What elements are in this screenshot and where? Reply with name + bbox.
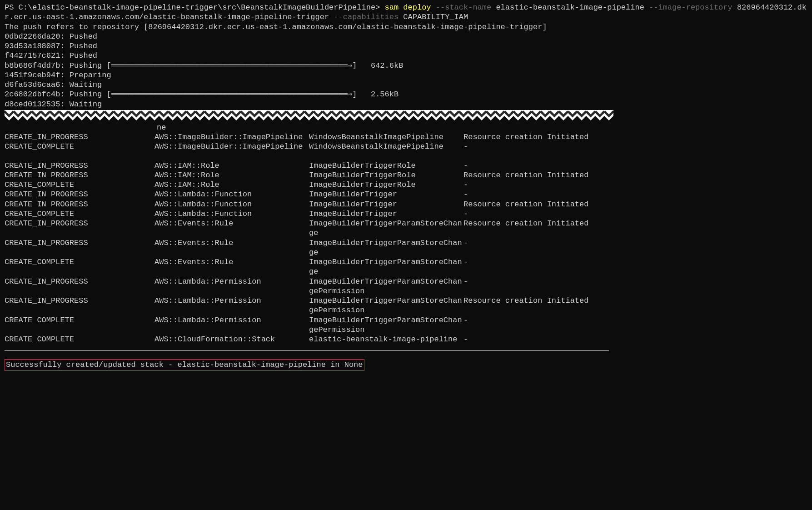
success-text: Successfully created/updated stack - ela… [6, 360, 363, 369]
event-status-reason: - [463, 142, 604, 160]
layer-line: d8ced0132535: Waiting [5, 100, 807, 109]
table-row: CREATE_IN_PROGRESSAWS::Lambda::Permissio… [5, 296, 604, 315]
layer-line: 93d53a188087: Pushed [5, 41, 807, 51]
event-status: CREATE_IN_PROGRESS [5, 161, 154, 170]
event-logical-id: ImageBuilderTriggerParamStoreChange [309, 238, 463, 258]
event-status: CREATE_COMPLETE [5, 142, 154, 160]
layer-line: d6fa53d6caa6: Waiting [5, 80, 807, 90]
event-status-reason: Resource creation Initiated [463, 219, 604, 238]
event-status: CREATE_COMPLETE [5, 180, 154, 190]
event-logical-id: ImageBuilderTriggerParamStoreChangePermi… [309, 277, 463, 296]
event-resource-type: AWS::Events::Rule [154, 238, 309, 258]
event-resource-type: AWS::ImageBuilder::ImagePipeline [154, 142, 309, 160]
event-status: CREATE_COMPLETE [5, 315, 154, 335]
table-row: CREATE_COMPLETEAWS::ImageBuilder::ImageP… [5, 142, 604, 160]
table-row: CREATE_COMPLETEAWS::Events::RuleImageBui… [5, 257, 604, 277]
docker-layers-output: 0dbd2266da20: Pushed 93d53a188087: Pushe… [5, 32, 807, 109]
event-logical-id: elastic-beanstalk-image-pipeline [309, 335, 463, 344]
event-resource-type: AWS::Lambda::Function [154, 200, 309, 209]
event-resource-type: AWS::Lambda::Function [154, 209, 309, 219]
event-status-reason: Resource creation Initiated [463, 296, 604, 315]
sam-command: sam deploy [385, 3, 431, 12]
event-logical-id: ImageBuilderTriggerParamStoreChange [309, 257, 463, 277]
layer-line: 1451f9ceb94f: Preparing [5, 70, 807, 80]
event-status: CREATE_IN_PROGRESS [5, 170, 154, 180]
event-status-reason: - [463, 161, 604, 170]
event-status-reason: - [463, 190, 604, 199]
event-status-reason: - [463, 238, 604, 258]
event-status-reason: Resource creation Initiated [463, 200, 604, 209]
event-resource-type: AWS::Events::Rule [154, 257, 309, 277]
event-status: CREATE_IN_PROGRESS [5, 190, 154, 199]
event-logical-id: WindowsBeanstalkImagePipeline [309, 132, 463, 142]
event-logical-id: ImageBuilderTrigger [309, 209, 463, 219]
stack-name-value: elastic-beanstalk-image-pipeline [496, 3, 644, 12]
success-message-highlighted: Successfully created/updated stack - ela… [5, 359, 364, 370]
table-row: CREATE_COMPLETEAWS::IAM::RoleImageBuilde… [5, 180, 604, 190]
event-resource-type: AWS::Lambda::Permission [154, 296, 309, 315]
event-logical-id: ImageBuilderTrigger [309, 190, 463, 199]
event-resource-type: AWS::Lambda::Permission [154, 277, 309, 296]
event-logical-id: WindowsBeanstalkImagePipeline [309, 142, 463, 160]
flag-image-repository: --image-repository [644, 3, 737, 12]
event-status-reason: Resource creation Initiated [463, 170, 604, 180]
event-logical-id: ImageBuilderTriggerRole [309, 161, 463, 170]
event-status: CREATE_COMPLETE [5, 257, 154, 277]
table-row: CREATE_IN_PROGRESSAWS::Lambda::FunctionI… [5, 200, 604, 209]
flag-capabilities: --capabilities [329, 13, 403, 21]
layer-line: 2c6802dbfc4b: Pushing [═════════════════… [5, 90, 807, 99]
event-resource-type: AWS::CloudFormation::Stack [154, 335, 309, 344]
event-status: CREATE_IN_PROGRESS [5, 132, 154, 142]
cloudformation-events-table: CREATE_IN_PROGRESSAWS::ImageBuilder::Ima… [5, 132, 604, 344]
event-resource-type: AWS::IAM::Role [154, 180, 309, 190]
table-row: CREATE_IN_PROGRESSAWS::IAM::RoleImageBui… [5, 170, 604, 180]
event-resource-type: AWS::ImageBuilder::ImagePipeline [154, 132, 309, 142]
layer-line: b8b686f4dd7b: Pushing [═════════════════… [5, 61, 807, 70]
event-status: CREATE_IN_PROGRESS [5, 219, 154, 238]
table-row: CREATE_COMPLETEAWS::Lambda::FunctionImag… [5, 209, 604, 219]
table-row: CREATE_IN_PROGRESSAWS::Lambda::FunctionI… [5, 190, 604, 199]
event-resource-type: AWS::IAM::Role [154, 170, 309, 180]
event-status: CREATE_IN_PROGRESS [5, 238, 154, 258]
event-status-reason: Resource creation Initiated [463, 132, 604, 142]
table-row: CREATE_IN_PROGRESSAWS::Events::RuleImage… [5, 219, 604, 238]
event-logical-id: ImageBuilderTriggerRole [309, 170, 463, 180]
event-resource-type: AWS::IAM::Role [154, 161, 309, 170]
tear-separator-icon [5, 110, 613, 122]
flag-stack-name: --stack-name [431, 3, 496, 12]
event-status: CREATE_IN_PROGRESS [5, 296, 154, 315]
event-logical-id: ImageBuilderTriggerRole [309, 180, 463, 190]
event-status: CREATE_COMPLETE [5, 335, 154, 344]
layer-line: f4427157c621: Pushed [5, 51, 807, 60]
event-logical-id: ImageBuilderTrigger [309, 200, 463, 209]
layer-line: 0dbd2266da20: Pushed [5, 32, 807, 41]
table-row: CREATE_IN_PROGRESSAWS::Events::RuleImage… [5, 238, 604, 258]
event-logical-id: ImageBuilderTriggerParamStoreChange [309, 219, 463, 238]
event-status: CREATE_IN_PROGRESS [5, 277, 154, 296]
table-row: CREATE_IN_PROGRESSAWS::IAM::RoleImageBui… [5, 161, 604, 170]
event-resource-type: AWS::Lambda::Permission [154, 315, 309, 335]
event-status-reason: - [463, 257, 604, 277]
event-status: CREATE_COMPLETE [5, 209, 154, 219]
table-row: CREATE_COMPLETEAWS::CloudFormation::Stac… [5, 335, 604, 344]
event-status-reason: - [463, 277, 604, 296]
push-repository-header: The push refers to repository [826964420… [5, 22, 807, 32]
separator-line [5, 350, 609, 351]
table-row: CREATE_IN_PROGRESSAWS::ImageBuilder::Ima… [5, 132, 604, 142]
capabilities-value: CAPABILITY_IAM [403, 13, 468, 21]
event-status: CREATE_IN_PROGRESS [5, 200, 154, 209]
event-resource-type: AWS::Events::Rule [154, 219, 309, 238]
event-status-reason: - [463, 315, 604, 335]
table-row: CREATE_IN_PROGRESSAWS::Lambda::Permissio… [5, 277, 604, 296]
event-resource-type: AWS::Lambda::Function [154, 190, 309, 199]
event-status-reason: - [463, 180, 604, 190]
prompt-prefix: PS C:\elastic-beanstalk-image-pipeline-t… [5, 3, 385, 12]
event-logical-id: ImageBuilderTriggerParamStoreChangePermi… [309, 296, 463, 315]
table-row: CREATE_COMPLETEAWS::Lambda::PermissionIm… [5, 315, 604, 335]
event-status-reason: - [463, 335, 604, 344]
event-status-reason: - [463, 209, 604, 219]
truncated-line-fragment: ne [5, 123, 807, 132]
svg-rect-0 [5, 110, 613, 122]
event-logical-id: ImageBuilderTriggerParamStoreChangePermi… [309, 315, 463, 335]
command-line[interactable]: PS C:\elastic-beanstalk-image-pipeline-t… [5, 3, 807, 22]
